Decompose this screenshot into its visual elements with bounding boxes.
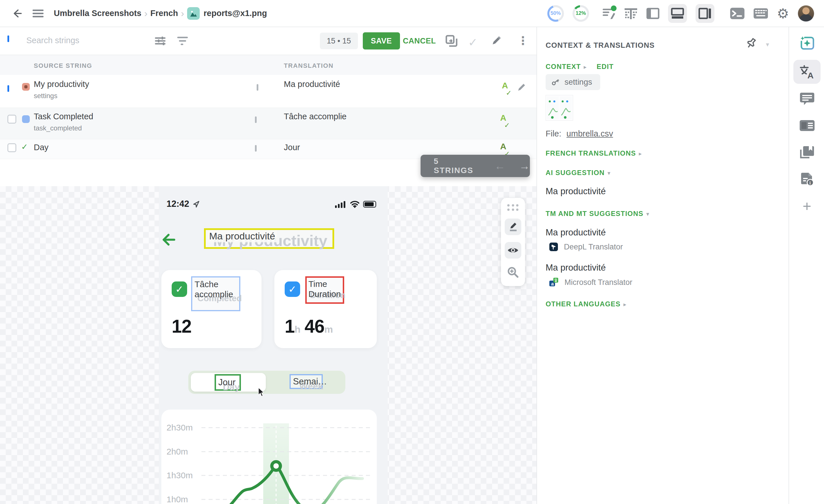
- file-row: File: umbrella.csv: [546, 129, 613, 138]
- breadcrumb-language[interactable]: French: [150, 9, 178, 18]
- zoom-in-button[interactable]: [507, 266, 519, 279]
- card-label-translated: Tâche accomplie: [195, 279, 237, 299]
- tab-highlight-box-blue[interactable]: Week Semai…: [290, 374, 323, 389]
- status-badge-unverified: [22, 83, 30, 91]
- table-row[interactable]: Task Completed task_completed Tâche acco…: [0, 108, 536, 139]
- bilingual-view-icon[interactable]: [624, 7, 638, 20]
- source-string[interactable]: Task Completed: [34, 112, 93, 121]
- rail-saved-pages-item[interactable]: [793, 140, 821, 165]
- spellcheck-ok-icon: A✓: [500, 117, 506, 121]
- tab-active-label: Jour: [218, 377, 235, 388]
- tune-filters-icon[interactable]: [154, 35, 166, 46]
- kebab-menu-icon[interactable]: ⋮: [517, 34, 529, 47]
- layout-left-panel-icon[interactable]: [646, 8, 659, 19]
- panel-collapse-chevron-icon[interactable]: ▾: [766, 41, 769, 48]
- rail-glossary-card-item[interactable]: [793, 114, 821, 137]
- context-screenshot-thumbnail[interactable]: [546, 95, 573, 121]
- screenshot-attached-icon[interactable]: [255, 145, 256, 152]
- file-link[interactable]: umbrella.csv: [566, 129, 613, 138]
- breadcrumb-file[interactable]: reports@x1.png: [204, 9, 267, 18]
- translation-string[interactable]: Ma productivité: [284, 80, 340, 89]
- strings-toolbar: 15 • 15 SAVE CANCEL ✓ ⋮: [0, 27, 536, 55]
- draw-box-tool-button[interactable]: [505, 218, 521, 235]
- section-tm-mt-suggestions[interactable]: TM AND MT SUGGESTIONS▾: [546, 210, 649, 218]
- source-string[interactable]: My productivity: [34, 80, 89, 89]
- caret-right-icon: ▸: [623, 301, 627, 307]
- suggestion-provider-row: DeepL Translator: [549, 242, 623, 251]
- deepl-icon: [549, 242, 558, 251]
- label-highlight-box-red[interactable]: Duration Time Duration: [305, 276, 344, 304]
- tab-highlight-box-green[interactable]: Day Jour: [215, 374, 241, 391]
- file-label: File:: [546, 129, 561, 138]
- back-icon[interactable]: [11, 8, 22, 19]
- select-all-checkbox[interactable]: [7, 35, 9, 42]
- green-check-icon: ✓: [172, 282, 187, 297]
- duration-hours: 1: [285, 316, 295, 337]
- keyboard-icon[interactable]: [753, 8, 768, 19]
- label-highlight-box-blue[interactable]: Completed Tâche accomplie: [191, 276, 240, 311]
- rail-translations-item[interactable]: A: [793, 60, 821, 84]
- filter-icon[interactable]: [177, 35, 188, 46]
- screenshot-attached-icon[interactable]: [255, 116, 256, 123]
- tasks-icon[interactable]: [602, 7, 615, 20]
- day-week-segmented-control[interactable]: Day Jour Week Semai…: [188, 371, 345, 394]
- gear-icon[interactable]: ⚙: [777, 5, 789, 21]
- search-input[interactable]: [26, 36, 146, 45]
- title-highlight-box[interactable]: My productivity Ma productivité: [204, 228, 334, 249]
- section-other-languages[interactable]: OTHER LANGUAGES▸: [546, 300, 627, 308]
- next-string-icon[interactable]: →: [519, 160, 530, 172]
- layout-bottom-panel-icon[interactable]: [668, 4, 687, 23]
- layout-right-panel-icon[interactable]: [696, 4, 714, 23]
- preview-eye-button[interactable]: [505, 242, 521, 259]
- source-progress-ring[interactable]: 50%: [547, 5, 564, 22]
- row-edit-pencil-icon[interactable]: [517, 82, 526, 92]
- terminal-icon[interactable]: [730, 7, 745, 20]
- screenshot-canvas[interactable]: 12:42 My productivity Ma productivité ✓: [0, 186, 536, 504]
- chart-highlight-point[interactable]: [272, 462, 280, 470]
- pin-panel-icon[interactable]: [746, 37, 757, 49]
- edit-context-link[interactable]: EDIT: [597, 63, 613, 71]
- chart-y-axis-labels: 2h30m 2h0m 1h30m 1h0m 0h30m: [167, 423, 193, 504]
- verify-check-icon[interactable]: ✓: [468, 36, 478, 49]
- duplicate-icon[interactable]: [445, 34, 458, 47]
- rail-ai-tools-item[interactable]: [793, 31, 821, 55]
- ai-sparkle-icon: [799, 35, 815, 51]
- productivity-line-chart: 2h30m 2h0m 1h30m 1h0m 0h30m: [162, 410, 377, 504]
- target-progress-ring[interactable]: 12%: [573, 5, 589, 22]
- duration-widget-card: ✓ Duration Time Duration 1 h 46 m: [274, 270, 377, 348]
- suggestion-text[interactable]: Ma productivité: [546, 227, 606, 238]
- rail-file-info-item[interactable]: i: [793, 167, 821, 191]
- section-ai-suggestion[interactable]: AI SUGGESTION▾: [546, 169, 611, 177]
- drag-handle-icon[interactable]: [507, 204, 519, 211]
- translation-string[interactable]: Jour: [284, 143, 300, 152]
- avatar[interactable]: [798, 5, 814, 22]
- context-link[interactable]: CONTEXT▸: [546, 63, 587, 71]
- microsoft-translator-icon: a: [549, 278, 559, 287]
- edit-pencil-icon[interactable]: [491, 34, 502, 46]
- table-row[interactable]: My productivity settings Ma productivité…: [0, 75, 536, 108]
- translation-string[interactable]: Tâche accomplie: [284, 112, 346, 121]
- source-string[interactable]: Day: [34, 143, 48, 152]
- row-checkbox[interactable]: [7, 85, 9, 92]
- menu-icon[interactable]: [33, 9, 43, 18]
- suggestion-text[interactable]: Ma productivité: [546, 263, 606, 273]
- prev-string-icon[interactable]: ←: [494, 160, 505, 172]
- row-checkbox[interactable]: [7, 143, 16, 152]
- cancel-button[interactable]: CANCEL: [403, 36, 436, 45]
- string-key: settings: [34, 92, 89, 100]
- save-button[interactable]: SAVE: [363, 32, 400, 49]
- battery-icon: [363, 201, 376, 208]
- key-name-pill[interactable]: settings: [546, 74, 600, 90]
- row-checkbox[interactable]: [7, 115, 16, 123]
- breadcrumb-project[interactable]: Umbrella Screenshots: [54, 9, 141, 18]
- rail-comments-item[interactable]: [793, 87, 821, 111]
- ai-suggestion-text[interactable]: Ma productivité: [546, 186, 606, 197]
- wifi-icon: [350, 201, 359, 208]
- target-progress-value: 12%: [573, 5, 589, 22]
- rail-add-item[interactable]: +: [793, 194, 821, 218]
- section-french-translations[interactable]: FRENCH TRANSLATIONS▸: [546, 149, 642, 157]
- phone-screenshot: 12:42 My productivity Ma productivité ✓: [159, 186, 388, 504]
- tasks-value: 12: [172, 316, 191, 337]
- screenshot-attached-icon[interactable]: [256, 84, 259, 91]
- duration-hours-unit: h: [295, 324, 301, 335]
